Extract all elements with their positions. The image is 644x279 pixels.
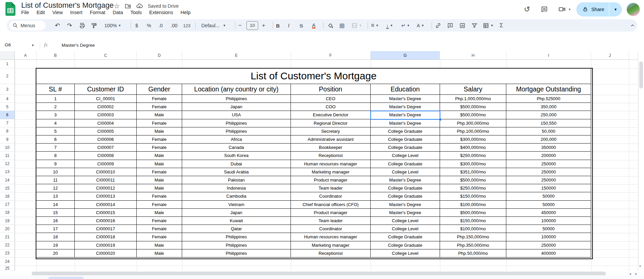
cell-H8[interactable]: Php.100,000/mo bbox=[440, 127, 506, 135]
column-header-E[interactable]: E bbox=[182, 51, 291, 60]
menu-view[interactable]: View bbox=[48, 9, 66, 16]
cell-E16[interactable]: Cambodia bbox=[182, 192, 291, 200]
cell-F17[interactable]: Chief financial officers (CFO) bbox=[291, 201, 371, 209]
print-button[interactable] bbox=[79, 22, 85, 29]
cell-I13[interactable]: 250000 bbox=[506, 168, 591, 176]
video-call-caret-icon[interactable]: ▾ bbox=[569, 7, 570, 11]
row-header-18[interactable]: 18 bbox=[0, 209, 15, 217]
active-sheet-tab[interactable] bbox=[48, 277, 83, 279]
share-dropdown-caret[interactable]: ▼ bbox=[609, 7, 622, 11]
cell-C10[interactable]: CI00007 bbox=[75, 144, 137, 152]
row-header-16[interactable]: 16 bbox=[0, 192, 15, 200]
cell-E23[interactable]: Philippines bbox=[182, 249, 291, 257]
font-size-input[interactable]: 10 bbox=[246, 21, 258, 30]
collapse-toolbar-icon[interactable] bbox=[630, 23, 635, 28]
cell-F9[interactable]: Administrative assistant bbox=[291, 135, 371, 144]
insert-chart-button[interactable] bbox=[459, 22, 466, 29]
row-header-20[interactable]: 20 bbox=[0, 225, 15, 233]
cell-D5[interactable]: Female bbox=[137, 103, 182, 111]
scroll-down-icon[interactable]: ▾ bbox=[639, 264, 641, 268]
cell-E18[interactable]: Japan bbox=[182, 209, 291, 217]
cell-E10[interactable]: Canada bbox=[182, 144, 291, 152]
cell-D23[interactable]: Male bbox=[137, 249, 182, 257]
cell-G14[interactable]: Master's Degree bbox=[371, 176, 440, 184]
cell-E13[interactable]: Saudi Arabia bbox=[182, 168, 291, 176]
cell-F22[interactable]: Marketing manager bbox=[291, 241, 371, 249]
cell-B6[interactable]: 3 bbox=[36, 111, 75, 119]
cell-B9[interactable]: 6 bbox=[36, 135, 75, 144]
cell-H21[interactable]: Php.150,000/mo bbox=[440, 233, 506, 241]
cell-C14[interactable]: CI000011 bbox=[75, 176, 137, 184]
row-header-15[interactable]: 15 bbox=[0, 184, 15, 192]
cell-C13[interactable]: CI000010 bbox=[75, 168, 137, 176]
cell-G22[interactable]: College Graduate bbox=[371, 241, 440, 249]
menu-extensions[interactable]: Extensions bbox=[145, 9, 177, 16]
undo-button[interactable]: ↶ bbox=[55, 22, 60, 29]
cell-C4[interactable]: CI_00001 bbox=[75, 95, 137, 103]
cell-I22[interactable]: 250000 bbox=[506, 241, 591, 249]
column-header-G[interactable]: G bbox=[371, 51, 440, 60]
cell-B5[interactable]: 2 bbox=[36, 103, 75, 111]
menu-data[interactable]: Data bbox=[109, 9, 127, 16]
cell-G12[interactable]: College Graduate bbox=[371, 160, 440, 168]
cell-H10[interactable]: $400,000/mo bbox=[440, 144, 506, 152]
cell-F20[interactable]: Coordinator bbox=[291, 225, 371, 233]
bold-button[interactable]: B bbox=[276, 23, 280, 28]
font-select[interactable]: Defaul...▼ bbox=[201, 23, 226, 28]
cell-B15[interactable]: 12 bbox=[36, 184, 75, 192]
cell-G19[interactable]: College Level bbox=[371, 217, 440, 225]
row-header-10[interactable]: 10 bbox=[0, 144, 15, 152]
column-header-C[interactable]: C bbox=[75, 51, 137, 60]
horizontal-scrollbar[interactable] bbox=[15, 271, 628, 276]
cell-H22[interactable]: Php.350,000/mo bbox=[440, 241, 506, 249]
cell-C5[interactable]: CI00002 bbox=[75, 103, 137, 111]
cell-I18[interactable]: 450000 bbox=[506, 209, 591, 217]
cell-C22[interactable]: CI000019 bbox=[75, 241, 137, 249]
fill-handle[interactable] bbox=[439, 118, 442, 121]
row-header-3[interactable]: 3 bbox=[0, 84, 15, 95]
cell-I20[interactable]: 50000 bbox=[506, 225, 591, 233]
row-header-9[interactable]: 9 bbox=[0, 135, 15, 144]
cell-G23[interactable]: College Level bbox=[371, 249, 440, 257]
cell-F12[interactable]: Human resources manager bbox=[291, 160, 371, 168]
cell-B13[interactable]: 10 bbox=[36, 168, 75, 176]
table-header-1[interactable]: SL # bbox=[36, 84, 75, 95]
sheets-logo-icon[interactable] bbox=[5, 2, 15, 16]
table-header-5[interactable]: Position bbox=[291, 84, 371, 95]
cell-F16[interactable]: Coordinator bbox=[291, 192, 371, 200]
cell-I16[interactable]: 50000 bbox=[506, 192, 591, 200]
cell-E17[interactable]: Vietnam bbox=[182, 201, 291, 209]
cell-H17[interactable]: $100,000/mo bbox=[440, 201, 506, 209]
column-header-F[interactable]: F bbox=[291, 51, 371, 60]
menu-file[interactable]: File bbox=[18, 9, 33, 16]
cell-H7[interactable]: Php.300,000/mo bbox=[440, 119, 506, 127]
cell-D17[interactable]: Female bbox=[137, 201, 182, 209]
zoom-select[interactable]: 100%▼ bbox=[104, 23, 121, 28]
menu-tools[interactable]: Tools bbox=[127, 9, 145, 16]
insert-link-button[interactable] bbox=[435, 22, 441, 29]
text-color-button[interactable]: A bbox=[312, 22, 315, 29]
cell-D15[interactable]: Male bbox=[137, 184, 182, 192]
table-header-6[interactable]: Education bbox=[371, 84, 440, 95]
decrease-font-size-button[interactable]: − bbox=[238, 22, 242, 29]
column-header-A[interactable]: A bbox=[15, 51, 36, 60]
cell-I4[interactable]: Php.525000 bbox=[506, 95, 591, 103]
cell-E6[interactable]: USA bbox=[182, 111, 291, 119]
horizontal-scrollbar-thumb[interactable] bbox=[32, 272, 606, 275]
cell-G13[interactable]: College Level bbox=[371, 168, 440, 176]
cell-B23[interactable]: 20 bbox=[36, 249, 75, 257]
cell-E8[interactable]: Philippines bbox=[182, 127, 291, 135]
cell-C16[interactable]: CI000013 bbox=[75, 192, 137, 200]
cell-E7[interactable]: Philippines bbox=[182, 119, 291, 127]
row-header-5[interactable]: 5 bbox=[0, 103, 15, 111]
column-header-H[interactable]: H bbox=[440, 51, 506, 60]
cell-D6[interactable]: Male bbox=[137, 111, 182, 119]
cell-B11[interactable]: 8 bbox=[36, 152, 75, 160]
cell-I6[interactable]: 250,000 bbox=[506, 111, 591, 119]
cell-B4[interactable]: 1 bbox=[36, 95, 75, 103]
table-views-button[interactable]: ▼ bbox=[483, 22, 494, 29]
cell-B7[interactable]: 4 bbox=[36, 119, 75, 127]
cell-H13[interactable]: $351,000/mo bbox=[440, 168, 506, 176]
cell-H16[interactable]: $150,000/mo bbox=[440, 192, 506, 200]
cell-E5[interactable]: Japan bbox=[182, 103, 291, 111]
